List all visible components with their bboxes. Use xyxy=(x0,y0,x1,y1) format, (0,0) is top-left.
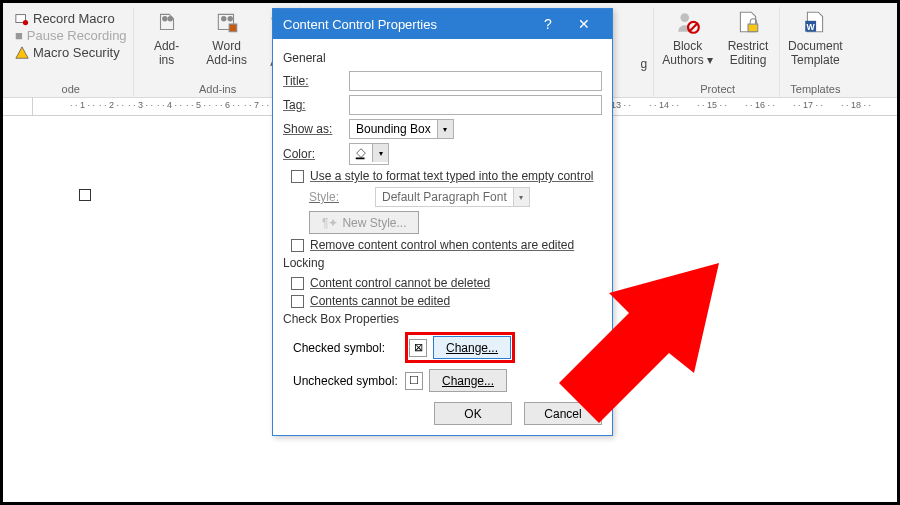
use-style-label: Use a style to format text typed into th… xyxy=(310,169,593,183)
restrict-editing-button[interactable]: Restrict Editing xyxy=(723,9,773,67)
annotation-highlight: ⊠ Change... xyxy=(405,332,515,363)
record-macro-button[interactable]: Record Macro xyxy=(15,11,127,26)
group-label-addins: Add-ins xyxy=(199,81,236,97)
word-addins-label: Word Add-ins xyxy=(206,39,247,67)
use-style-checkbox[interactable] xyxy=(291,170,304,183)
style-label: Style: xyxy=(309,190,369,204)
svg-rect-15 xyxy=(356,158,365,160)
title-input[interactable] xyxy=(349,71,602,91)
svg-rect-12 xyxy=(748,24,758,32)
unchecked-symbol-label: Unchecked symbol: xyxy=(293,374,405,388)
ruler-corner xyxy=(3,98,33,115)
svg-marker-2 xyxy=(16,46,28,57)
addins-button[interactable]: Add- ins xyxy=(142,9,192,67)
chevron-down-icon: ▾ xyxy=(372,144,388,162)
dialog-body: General Title: Tag: Show as: Bounding Bo… xyxy=(273,39,612,435)
cannot-delete-label: Content control cannot be deleted xyxy=(310,276,490,290)
tag-field-label: Tag: xyxy=(283,98,343,112)
macro-tools: Record Macro ■ Pause Recording Macro Sec… xyxy=(15,9,127,60)
svg-point-3 xyxy=(162,16,167,21)
macro-security-button[interactable]: Macro Security xyxy=(15,45,127,60)
cannot-edit-label: Contents cannot be edited xyxy=(310,294,450,308)
new-style-label: New Style... xyxy=(342,216,406,230)
new-style-icon: ¶✦ xyxy=(322,216,338,230)
close-button[interactable]: ✕ xyxy=(566,16,602,32)
record-macro-icon xyxy=(15,12,29,26)
svg-point-4 xyxy=(167,16,172,21)
cannot-edit-checkbox[interactable] xyxy=(291,295,304,308)
unchecked-symbol-preview: ☐ xyxy=(405,372,423,390)
svg-text:W: W xyxy=(807,22,816,32)
block-authors-label: Block Authors ▾ xyxy=(662,39,713,67)
cancel-button[interactable]: Cancel xyxy=(524,402,602,425)
help-button[interactable]: ? xyxy=(530,16,566,32)
document-template-icon: W xyxy=(799,9,831,37)
macro-security-label: Macro Security xyxy=(33,45,120,60)
block-authors-icon xyxy=(672,9,704,37)
showas-combobox[interactable]: Bounding Box ▾ xyxy=(349,119,454,139)
paint-bucket-icon xyxy=(350,144,372,164)
group-label-code: ode xyxy=(62,81,80,97)
section-general: General xyxy=(283,51,602,65)
ribbon-group-templates: W Document Template Templates xyxy=(782,7,849,97)
svg-point-1 xyxy=(23,19,28,24)
block-authors-button[interactable]: Block Authors ▾ xyxy=(662,9,713,67)
dialog-title: Content Control Properties xyxy=(283,17,530,32)
restrict-editing-label: Restrict Editing xyxy=(728,39,769,67)
change-checked-symbol-button[interactable]: Change... xyxy=(433,336,511,359)
section-locking: Locking xyxy=(283,256,602,270)
tag-input[interactable] xyxy=(349,95,602,115)
checkbox-content-control[interactable] xyxy=(79,189,91,201)
content-control-properties-dialog: Content Control Properties ? ✕ General T… xyxy=(272,8,613,436)
chevron-down-icon: ▾ xyxy=(513,188,529,206)
ribbon-group-mapping-end: g xyxy=(635,7,655,97)
cannot-delete-checkbox[interactable] xyxy=(291,277,304,290)
truncated-label: g xyxy=(641,7,648,81)
change-unchecked-symbol-button[interactable]: Change... xyxy=(429,369,507,392)
group-label-protect: Protect xyxy=(700,81,735,97)
word-addins-icon xyxy=(211,9,243,37)
pause-recording-button: ■ Pause Recording xyxy=(15,28,127,43)
record-macro-label: Record Macro xyxy=(33,11,115,26)
warning-icon xyxy=(15,46,29,60)
chevron-down-icon: ▾ xyxy=(437,120,453,138)
svg-point-5 xyxy=(221,16,226,21)
section-checkbox-props: Check Box Properties xyxy=(283,312,602,326)
dialog-titlebar[interactable]: Content Control Properties ? ✕ xyxy=(273,9,612,39)
ribbon-group-code: Record Macro ■ Pause Recording Macro Sec… xyxy=(9,7,134,97)
word-addins-button[interactable]: Word Add-ins xyxy=(202,9,252,67)
color-label: Color: xyxy=(283,147,343,161)
showas-label: Show as: xyxy=(283,122,343,136)
restrict-editing-icon xyxy=(732,9,764,37)
checked-symbol-label: Checked symbol: xyxy=(293,341,405,355)
document-template-label: Document Template xyxy=(788,39,843,67)
remove-control-checkbox[interactable] xyxy=(291,239,304,252)
group-label-templates: Templates xyxy=(790,81,840,97)
pause-recording-label: Pause Recording xyxy=(27,28,127,43)
document-template-button[interactable]: W Document Template xyxy=(788,9,843,67)
pause-icon: ■ xyxy=(15,28,23,43)
ok-button[interactable]: OK xyxy=(434,402,512,425)
svg-line-11 xyxy=(689,23,698,32)
addins-label: Add- ins xyxy=(154,39,179,67)
svg-point-9 xyxy=(680,13,689,22)
style-combobox: Default Paragraph Font ▾ xyxy=(375,187,530,207)
color-picker[interactable]: ▾ xyxy=(349,143,389,165)
remove-control-label: Remove content control when contents are… xyxy=(310,238,574,252)
ribbon-group-protect: Block Authors ▾ Restrict Editing Protect xyxy=(656,7,780,97)
svg-point-6 xyxy=(227,16,232,21)
showas-value: Bounding Box xyxy=(350,122,437,136)
addins-icon xyxy=(151,9,183,37)
title-field-label: Title: xyxy=(283,74,343,88)
new-style-button: ¶✦New Style... xyxy=(309,211,419,234)
style-value: Default Paragraph Font xyxy=(376,190,513,204)
checked-symbol-preview: ⊠ xyxy=(409,339,427,357)
